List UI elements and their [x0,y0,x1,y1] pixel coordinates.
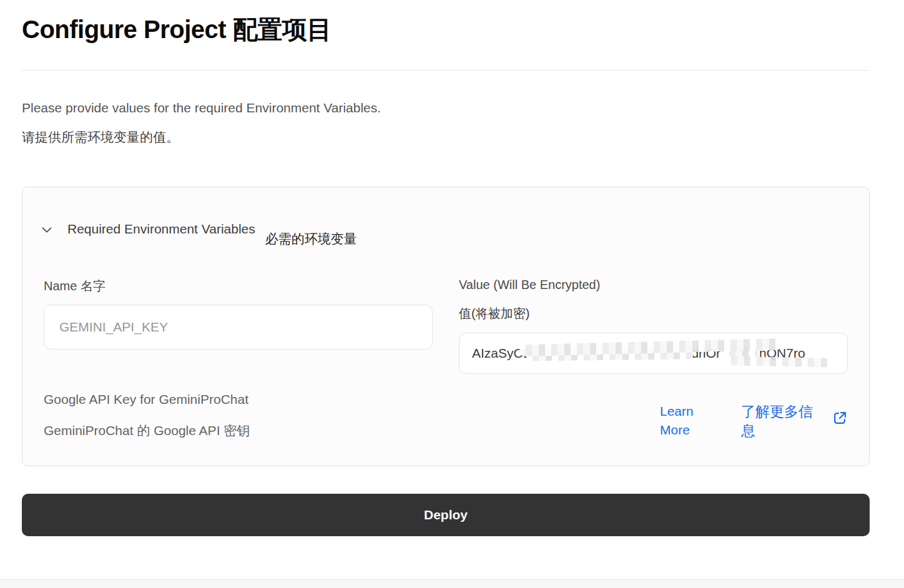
env-section-title-zh: 必需的环境变量 [265,230,357,248]
name-column: Name 名字 [44,278,433,374]
chevron-down-icon[interactable] [40,223,54,237]
env-value-input[interactable]: AIzaSyCL_G driOr nQN7ro [459,333,848,374]
env-section-title: Required Environment Variables [67,222,255,237]
title-divider [22,70,870,71]
field-description-zh: GeminiProChat 的 Google API 密钥 [44,423,433,438]
bottom-section-edge [0,579,904,588]
configure-project-page: Configure Project 配置项目 Please provide va… [0,12,904,536]
page-title: Configure Project 配置项目 [22,12,870,47]
intro-text-zh: 请提供所需环境变量的值。 [22,130,870,144]
name-label: Name 名字 [44,278,433,295]
learn-more-link[interactable]: Learn More [660,402,702,439]
env-variables-card: Required Environment Variables 必需的环境变量 N… [22,187,870,466]
field-description: Google API Key for GeminiProChat GeminiP… [44,392,433,441]
value-column: Value (Will Be Encrypted) 值(将被加密) AIzaSy… [459,278,848,374]
env-section-toggle[interactable]: Required Environment Variables 必需的环境变量 [36,222,855,239]
env-variable-row: Name 名字 Value (Will Be Encrypted) 值(将被加密… [36,278,855,441]
value-label-en: Value (Will Be Encrypted) [459,278,848,292]
value-label-zh: 值(将被加密) [459,305,848,322]
intro-text-en: Please provide values for the required E… [22,100,870,115]
deploy-button[interactable]: Deploy [22,494,870,536]
field-description-en: Google API Key for GeminiProChat [44,392,433,406]
learn-more-link-zh[interactable]: 了解更多信息 [741,402,820,441]
external-link-icon[interactable] [832,410,848,426]
redaction-smudge [725,356,831,368]
env-name-input[interactable] [44,305,433,350]
learn-more-links: Learn More 了解更多信息 [660,402,848,441]
